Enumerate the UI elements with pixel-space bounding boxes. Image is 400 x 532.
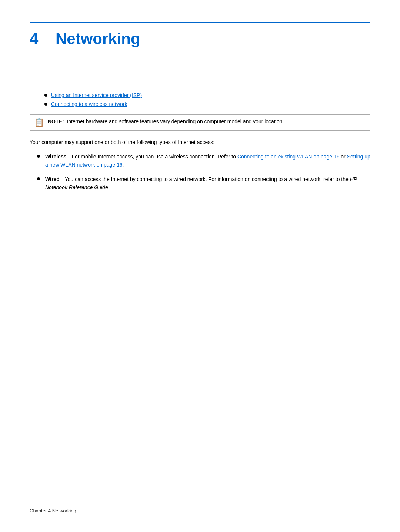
toc-link-isp[interactable]: Using an Internet service provider (ISP) [51, 92, 142, 98]
wired-item: Wired—You can access the Internet by con… [37, 175, 370, 192]
toc-item-2: Connecting to a wireless network [44, 101, 370, 107]
wireless-text: Wireless—For mobile Internet access, you… [45, 153, 370, 169]
wired-text: Wired—You can access the Internet by con… [45, 175, 370, 192]
bullet-icon [37, 155, 40, 158]
wired-label: Wired [45, 176, 60, 182]
chapter-header: 4 Networking [30, 22, 370, 48]
note-content: NOTE: Internet hardware and software fea… [48, 118, 284, 126]
content-list: Wireless—For mobile Internet access, you… [30, 153, 370, 192]
toc-list: Using an Internet service provider (ISP)… [30, 92, 370, 107]
toc-item-1: Using an Internet service provider (ISP) [44, 92, 370, 98]
intro-paragraph: Your computer may support one or both of… [30, 138, 370, 146]
bullet-icon [44, 94, 47, 97]
chapter-number: 4 [30, 30, 48, 48]
chapter-title: Networking [56, 30, 140, 48]
wireless-item: Wireless—For mobile Internet access, you… [37, 153, 370, 169]
link-existing-wlan[interactable]: Connecting to an existing WLAN on page 1… [237, 154, 340, 160]
bullet-icon [37, 177, 40, 180]
toc-link-wireless[interactable]: Connecting to a wireless network [51, 101, 127, 107]
page: 4 Networking Using an Internet service p… [0, 0, 400, 532]
note-label: NOTE: [48, 118, 64, 124]
note-text: Internet hardware and software features … [65, 118, 284, 124]
bullet-icon [44, 103, 47, 106]
note-icon: 📋 [34, 118, 44, 127]
wireless-label: Wireless [45, 154, 66, 160]
note-box: 📋 NOTE: Internet hardware and software f… [30, 114, 370, 131]
reference-guide: HP Notebook Reference Guide [45, 176, 357, 190]
footer: Chapter 4 Networking [30, 508, 370, 513]
footer-text: Chapter 4 Networking [30, 508, 76, 513]
